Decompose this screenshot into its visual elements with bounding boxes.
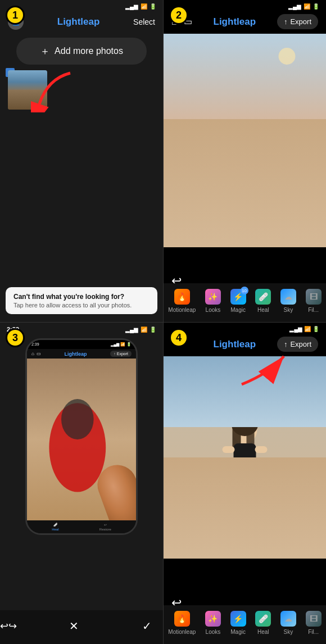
- tool-sky-label-2: Sky: [284, 307, 293, 313]
- tool-sky-label-4: Sky: [284, 629, 293, 635]
- step-badge-3: 3: [6, 328, 25, 347]
- phone-icons: ▂▄▆ 📶 🔋: [111, 342, 132, 347]
- signal-icon-3: ▂▄▆: [125, 326, 138, 333]
- sky-icon-4: ☁: [280, 611, 296, 627]
- phone-heal-label: Heal: [52, 528, 58, 531]
- undo-icon-3[interactable]: ↩: [0, 620, 8, 632]
- tool-magic-2[interactable]: ⚡ 10 Magic: [230, 289, 246, 313]
- arrow-svg-4: [236, 351, 292, 390]
- svg-point-26: [206, 497, 284, 530]
- tool-film-label-4: Fil...: [308, 629, 319, 635]
- cant-find-banner[interactable]: Can't find what you're looking for? Tap …: [6, 287, 157, 314]
- beach-scene-svg: [164, 34, 326, 247]
- redo-icon-3[interactable]: ↪: [8, 620, 17, 632]
- tool-motionleap-2[interactable]: 🔥 Motionleap: [168, 289, 196, 313]
- signal-icon-1: ▂▄▆: [125, 3, 138, 10]
- phone-nav-bar: ⌂ ▭ Lightleap ↑ Export: [27, 349, 136, 359]
- svg-rect-23: [234, 443, 256, 477]
- svg-rect-17: [164, 469, 326, 559]
- sky-icon-2: ☁: [280, 289, 296, 305]
- svg-rect-6: [209, 163, 217, 197]
- svg-point-4: [209, 155, 253, 183]
- tool-magic-4[interactable]: ⚡ Magic: [230, 611, 246, 635]
- tool-film-4[interactable]: 🎞 Fil...: [306, 611, 322, 635]
- app-title-4: Lightleap: [214, 339, 256, 350]
- svg-point-14: [61, 399, 94, 439]
- step-badge-2: 2: [169, 6, 188, 25]
- export-button-4[interactable]: ↑ Export: [277, 337, 318, 352]
- looks-icon-2: ✨: [205, 289, 221, 305]
- main-grid: 1 ▂▄▆ 📶 🔋 👤 Lightleap Select ＋ Add more …: [0, 0, 326, 644]
- phone-heal-icon: 🩹: [53, 523, 57, 527]
- svg-point-2: [164, 191, 326, 247]
- battery-icon-4: 🔋: [313, 326, 319, 332]
- phone-tool-heal: 🩹 Heal: [52, 523, 58, 531]
- phone-app-title: Lightleap: [65, 351, 87, 357]
- phone-restore-label: Restore: [99, 528, 111, 531]
- status-icons-4: ▂▄▆ 📶 🔋: [289, 326, 319, 332]
- export-icon-4: ↑: [284, 340, 288, 348]
- tool-looks-label-2: Looks: [206, 307, 221, 313]
- select-button-1[interactable]: Select: [133, 17, 155, 26]
- add-photos-button[interactable]: ＋ Add more photos: [16, 38, 147, 65]
- tool-heal-2[interactable]: 🩹 Heal: [255, 289, 271, 313]
- heal-icon-2: 🩹: [255, 289, 271, 305]
- signal-icon-4: ▂▄▆: [289, 326, 302, 332]
- svg-rect-24: [223, 446, 235, 453]
- phone-layers-icon: ▭: [37, 351, 41, 356]
- magic-badge-2: 10: [241, 287, 248, 294]
- phone-tool-restore: ↩ Restore: [99, 523, 111, 531]
- arrow-indicator-4: [236, 351, 292, 392]
- cant-find-subtitle: Tap here to allow access to all your pho…: [13, 302, 150, 309]
- tool-heal-label-2: Heal: [257, 307, 269, 313]
- step-badge-4: 4: [169, 328, 188, 347]
- bottom-toolbar-4: 🔥 Motionleap ✨ Looks ⚡ Magic 🩹 Heal ☁ Sk…: [164, 605, 326, 644]
- film-icon-4: 🎞: [306, 611, 322, 627]
- phone-bottom-toolbar: 🩹 Heal ↩ Restore: [27, 520, 136, 533]
- plus-icon: ＋: [40, 44, 50, 58]
- cant-find-title: Can't find what you're looking for?: [13, 293, 150, 301]
- tool-magic-label-2: Magic: [230, 307, 246, 313]
- tool-sky-4[interactable]: ☁ Sky: [280, 611, 296, 635]
- tool-heal-4[interactable]: 🩹 Heal: [255, 611, 271, 635]
- svg-point-11: [246, 143, 264, 161]
- svg-point-3: [279, 48, 296, 65]
- heal-icon-4: 🩹: [255, 611, 271, 627]
- tool-looks-2[interactable]: ✨ Looks: [205, 289, 221, 313]
- battery-icon-2: 🔋: [313, 3, 319, 10]
- tool-magic-label-4: Magic: [230, 629, 246, 635]
- phone-restore-icon: ↩: [104, 523, 107, 527]
- svg-rect-7: [223, 163, 229, 194]
- battery-icon-1: 🔋: [150, 3, 156, 10]
- panel-3-bottom-bar: ↩ ↪ ✕ ✓: [0, 610, 163, 644]
- bottom-toolbar-2: 🔥 Motionleap ✨ Looks ⚡ 10 Magic 🩹 Heal: [164, 283, 326, 322]
- status-bar-3: 2:39 ▂▄▆ 📶 🔋: [0, 323, 163, 335]
- phone-nav-icons: ⌂ ▭: [31, 351, 41, 356]
- tool-film-2[interactable]: 🎞 Fil...: [306, 289, 322, 313]
- looks-icon-4: ✨: [205, 611, 221, 627]
- film-icon-2: 🎞: [306, 289, 322, 305]
- phone-beach-image: [27, 359, 136, 520]
- svg-point-10: [210, 142, 230, 162]
- panel-step-3: 3 2:39 ▂▄▆ 📶 🔋 2:39 ▂▄▆ 📶 🔋 ⌂ ▭ Lightlea…: [0, 322, 163, 644]
- export-label-2: Export: [290, 17, 311, 26]
- check-button-3[interactable]: ✓: [131, 616, 163, 636]
- tool-motionleap-4[interactable]: 🔥 Motionleap: [168, 611, 196, 635]
- arrow-indicator-1: [31, 67, 87, 112]
- tool-heal-label-4: Heal: [257, 629, 269, 635]
- app-title-2: Lightleap: [214, 16, 256, 28]
- close-button-3[interactable]: ✕: [58, 616, 90, 636]
- motionleap-icon-4: 🔥: [174, 611, 190, 627]
- phone-time: 2:39: [31, 342, 39, 347]
- status-icons-3: ▂▄▆ 📶 🔋: [125, 326, 156, 333]
- tool-sky-2[interactable]: ☁ Sky: [280, 289, 296, 313]
- svg-rect-1: [164, 34, 326, 247]
- status-bar-4: ▂▄▆ 📶 🔋: [164, 323, 326, 334]
- wifi-icon-2: 📶: [304, 3, 310, 10]
- app-title-1: Lightleap: [57, 16, 100, 28]
- export-button-2[interactable]: ↑ Export: [277, 14, 318, 29]
- beach-photo-2: [164, 34, 326, 247]
- status-icons-2: ▂▄▆ 📶 🔋: [288, 3, 319, 10]
- phone-export-button: ↑ Export: [110, 351, 132, 357]
- tool-looks-4[interactable]: ✨ Looks: [205, 611, 221, 635]
